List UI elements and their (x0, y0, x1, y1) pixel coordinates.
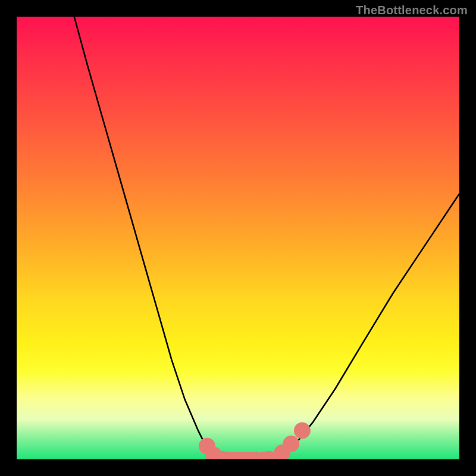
curve-marker (283, 436, 299, 452)
chart-frame: TheBottleneck.com (0, 0, 476, 476)
chart-svg (17, 17, 459, 459)
curve-line (74, 17, 459, 459)
curve-marker (294, 422, 311, 439)
watermark-text: TheBottleneck.com (356, 4, 468, 17)
curve-markers (199, 422, 311, 459)
chart-plot-area (17, 17, 459, 459)
